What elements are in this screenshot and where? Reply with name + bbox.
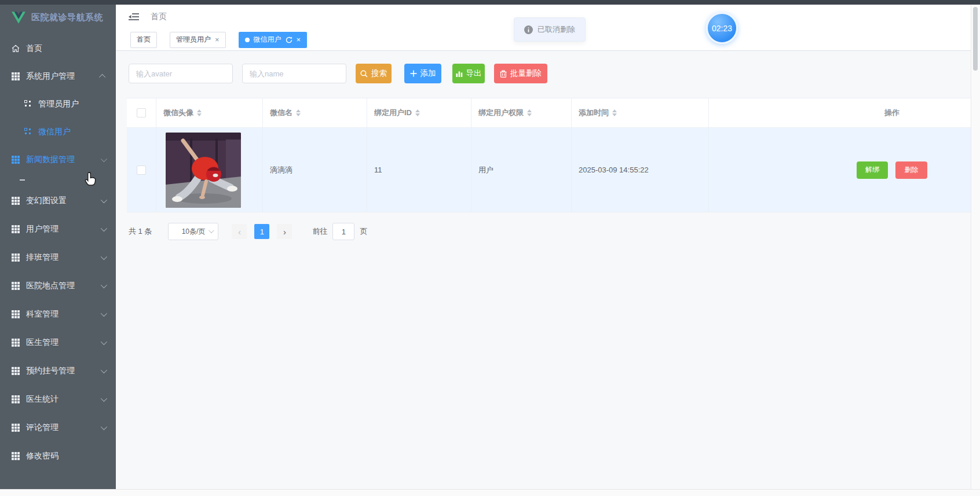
delete-button[interactable]: 删除 <box>895 161 927 179</box>
sidebar-item-hospital-location[interactable]: 医院地点管理 <box>0 271 116 300</box>
chevron-down-icon <box>101 395 107 401</box>
sidebar-item-label: 医院地点管理 <box>26 281 101 291</box>
sidebar-item-doctor-management[interactable]: 医生管理 <box>0 328 116 357</box>
sidebar-fold-icon[interactable] <box>129 13 139 21</box>
sidebar-item-label: 首页 <box>26 43 105 54</box>
sidebar-item-schedule-management[interactable]: 排班管理 <box>0 243 116 271</box>
pagination: 共 1 条 10条/页 ‹ 1 › 前往 页 <box>129 223 367 240</box>
sidebar-item-department-management[interactable]: 科室管理 <box>0 300 116 328</box>
close-icon[interactable]: × <box>215 36 220 43</box>
table-row[interactable]: 滴滴滴 11 用户 2025-03-09 14:55:22 解绑 删除 <box>127 127 971 212</box>
sidebar-item-label: 预约挂号管理 <box>26 366 101 376</box>
horizontal-scrollbar-track[interactable] <box>0 489 980 496</box>
recorder-time: 02:23 <box>712 24 732 33</box>
vue-logo-icon <box>12 12 25 24</box>
sidebar-item-home[interactable]: 首页 <box>0 35 116 63</box>
sidebar-item-comment-management[interactable]: 评论管理 <box>0 413 116 442</box>
plus-icon <box>410 70 417 77</box>
sidebar-logo-row[interactable]: 医院就诊导航系统 <box>0 0 116 35</box>
column-header: 添加时间 <box>579 108 609 118</box>
grid-icon <box>12 424 20 432</box>
sidebar-subitem-admin-users[interactable]: 管理员用户 <box>0 90 116 118</box>
grid-icon <box>12 225 20 233</box>
sidebar-item-label: 新闻数据管理 <box>26 155 101 165</box>
column-header: 绑定用户权限 <box>478 108 524 118</box>
sidebar-item-system-users[interactable]: 系统用户管理 <box>0 63 116 90</box>
grid-icon <box>12 395 20 403</box>
sort-carets-icon[interactable] <box>612 109 617 116</box>
chevron-down-icon <box>101 156 107 162</box>
sidebar-subitem-wechat-users[interactable]: 微信用户 <box>0 118 116 146</box>
added-time-cell: 2025-03-09 14:55:22 <box>579 166 649 174</box>
tab-admin-users[interactable]: 管理员用户 × <box>170 32 226 48</box>
sidebar: 医院就诊导航系统 首页 系统用户管理 管理员用户 微信用户 <box>0 0 116 489</box>
column-header: 绑定用户ID <box>374 108 412 118</box>
sort-carets-icon[interactable] <box>527 109 532 116</box>
tab-wechat-users[interactable]: 微信用户 × <box>239 32 308 48</box>
info-toast: 已取消删除 <box>514 17 586 42</box>
subgrid-icon <box>24 100 32 108</box>
chevron-down-icon <box>101 281 107 288</box>
tab-label: 首页 <box>137 35 151 45</box>
sidebar-item-label: 排班管理 <box>26 252 101 263</box>
collapsing-submenu-stub <box>0 174 116 186</box>
column-header: 微信名 <box>270 108 292 118</box>
sidebar-item-news-data[interactable]: 新闻数据管理 <box>0 146 116 174</box>
export-button-label: 导出 <box>466 68 482 79</box>
tab-label: 管理员用户 <box>176 35 211 45</box>
filter-toolbar: 搜索 添加 导出 批量删除 <box>129 64 547 83</box>
search-button[interactable]: 搜索 <box>356 64 392 83</box>
sidebar-subitem-label: 微信用户 <box>38 127 71 137</box>
sidebar-item-carousel-settings[interactable]: 变幻图设置 <box>0 186 116 215</box>
name-search-input[interactable] <box>242 64 346 83</box>
goto-page-input[interactable] <box>332 223 354 240</box>
goto-label: 前往 <box>312 226 327 237</box>
bound-user-id-cell: 11 <box>374 166 382 174</box>
scrollbar-thumb[interactable] <box>973 7 978 71</box>
select-all-checkbox[interactable] <box>137 108 146 117</box>
chevron-down-icon <box>101 196 107 203</box>
prev-page-button[interactable]: ‹ <box>232 224 247 239</box>
sidebar-item-label: 变幻图设置 <box>26 196 101 206</box>
grid-icon <box>12 310 20 318</box>
trash-icon <box>500 70 507 78</box>
sort-carets-icon[interactable] <box>415 109 420 116</box>
row-checkbox[interactable] <box>137 166 146 175</box>
batch-delete-button-label: 批量删除 <box>510 68 542 79</box>
sort-carets-icon[interactable] <box>197 109 202 116</box>
subgrid-icon <box>24 128 32 136</box>
chevron-down-icon <box>101 310 107 316</box>
export-button[interactable]: 导出 <box>452 64 485 83</box>
app-title: 医院就诊导航系统 <box>31 12 103 23</box>
home-icon <box>12 45 20 53</box>
sidebar-item-change-password[interactable]: 修改密码 <box>0 442 116 470</box>
chevron-down-icon <box>101 423 107 429</box>
close-icon[interactable]: × <box>297 36 301 43</box>
sidebar-subitem-label: 管理员用户 <box>38 99 79 109</box>
sidebar-item-appointment-management[interactable]: 预约挂号管理 <box>0 357 116 385</box>
search-button-label: 搜索 <box>371 68 387 79</box>
tab-home[interactable]: 首页 <box>130 32 157 48</box>
sidebar-item-doctor-statistics[interactable]: 医生统计 <box>0 385 116 413</box>
screen-recorder-badge[interactable]: 02:23 <box>706 12 738 44</box>
content-area: 首页 首页 管理员用户 × 微信用户 × <box>116 5 971 489</box>
grid-icon <box>12 72 20 80</box>
chevron-down-icon <box>101 366 107 373</box>
unbind-button[interactable]: 解绑 <box>857 161 888 179</box>
wechat-avatar-image[interactable] <box>166 133 241 208</box>
tab-label: 微信用户 <box>254 35 281 45</box>
sidebar-item-user-management[interactable]: 用户管理 <box>0 215 116 243</box>
wechat-users-table: 微信头像 微信名 绑定用户ID 绑定用户权限 <box>127 98 971 212</box>
page-size-select[interactable]: 10条/页 <box>168 223 218 240</box>
add-button[interactable]: 添加 <box>404 64 441 83</box>
sort-carets-icon[interactable] <box>296 109 301 116</box>
page-number-1[interactable]: 1 <box>254 224 269 239</box>
next-page-button[interactable]: › <box>277 224 292 239</box>
column-header: 操作 <box>884 108 899 118</box>
refresh-icon[interactable] <box>286 36 292 43</box>
batch-delete-button[interactable]: 批量删除 <box>494 64 547 83</box>
avatar-search-input[interactable] <box>129 64 233 83</box>
sidebar-item-label: 系统用户管理 <box>26 71 101 82</box>
vertical-scrollbar[interactable] <box>971 5 980 489</box>
breadcrumb[interactable]: 首页 <box>151 12 167 22</box>
